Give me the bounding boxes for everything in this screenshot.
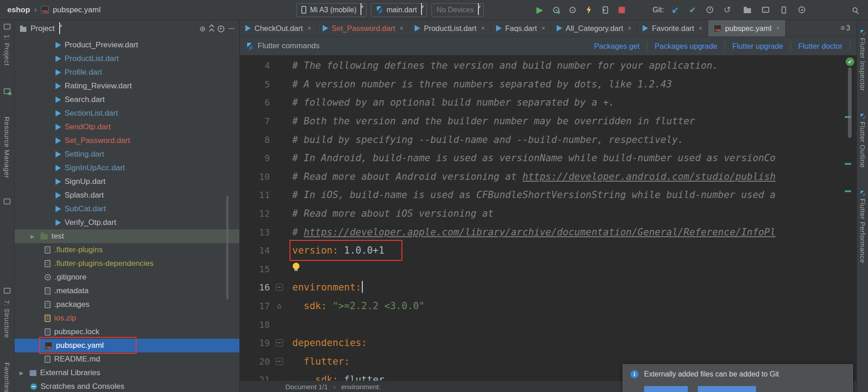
flutter-action-flutter-upgrade[interactable]: Flutter upgrade bbox=[725, 42, 791, 51]
tree-item[interactable]: Rating_Review.dart bbox=[15, 79, 239, 93]
breadcrumb-file[interactable]: pubspec.yaml bbox=[53, 5, 101, 15]
tree-item[interactable]: SignUp.dart bbox=[15, 175, 239, 188]
device-mirror-icon[interactable] bbox=[778, 4, 790, 16]
editor-line[interactable]: 10# Read more about Android versioning a… bbox=[240, 168, 857, 186]
toolwindow-structure[interactable]: 7: Structure bbox=[3, 300, 11, 338]
tree-item[interactable]: .flutter-plugins-dependencies bbox=[15, 257, 239, 270]
intention-bulb-icon[interactable] bbox=[293, 263, 299, 270]
tree-item[interactable]: Scratches and Consoles bbox=[15, 380, 239, 392]
attach-debugger-button[interactable] bbox=[599, 4, 611, 16]
debug-button[interactable] bbox=[550, 4, 562, 16]
structure-icon[interactable] bbox=[4, 288, 10, 294]
flutter-action-packages-upgrade[interactable]: Packages upgrade bbox=[647, 42, 725, 51]
toolwindow-flutter-performance[interactable]: Flutter Performance bbox=[859, 191, 867, 263]
expand-arrow-icon[interactable]: ▶ bbox=[30, 234, 37, 239]
tree-item[interactable]: Profile.dart bbox=[15, 66, 239, 79]
history-button[interactable] bbox=[704, 4, 716, 16]
editor-line[interactable]: 19−dependencies: bbox=[240, 334, 857, 352]
chevron-down-icon[interactable]: ▾ bbox=[59, 22, 60, 34]
breadcrumb-node[interactable]: environment: bbox=[341, 383, 381, 391]
tree-item[interactable]: Setting.dart bbox=[15, 148, 239, 161]
terminal-icon[interactable] bbox=[760, 4, 772, 16]
tree-item[interactable]: SendOtp.dart bbox=[15, 120, 239, 134]
hide-panel-button[interactable]: ─ bbox=[228, 24, 234, 33]
hot-reload-button[interactable] bbox=[583, 4, 595, 16]
breadcrumb-project[interactable]: eshop bbox=[7, 5, 30, 15]
git-commit-button[interactable]: ✔ bbox=[687, 4, 699, 16]
editor-tab[interactable]: Set_Password.dart× bbox=[317, 20, 410, 36]
tree-item[interactable]: ios.zip bbox=[15, 311, 239, 325]
git-update-button[interactable]: ↙ bbox=[670, 4, 681, 16]
stripe-mark[interactable] bbox=[845, 163, 851, 165]
collapse-all-button[interactable] bbox=[210, 25, 213, 33]
device-selector[interactable]: Mi A3 (mobile) ▾ bbox=[296, 3, 366, 17]
editor-line[interactable]: 15 bbox=[240, 260, 857, 279]
tree-item[interactable]: .packages bbox=[15, 298, 239, 311]
close-tab-icon[interactable]: × bbox=[776, 25, 780, 32]
tree-item[interactable]: ProductList.dart bbox=[15, 52, 239, 66]
editor-line[interactable]: 17⌂ sdk: ">=2.2.2 <3.0.0" bbox=[240, 297, 857, 316]
notification-actions[interactable] bbox=[644, 386, 845, 392]
editor-line[interactable]: 7# Both the version and the builder numb… bbox=[240, 112, 857, 131]
tree-item[interactable]: Product_Preview.dart bbox=[15, 38, 239, 52]
tree-item[interactable]: Verify_Otp.dart bbox=[15, 216, 239, 229]
tree-item[interactable]: ▶test bbox=[15, 229, 239, 243]
editor-tab[interactable]: All_Category.dart× bbox=[551, 20, 637, 36]
tree-item[interactable]: .flutter-plugins bbox=[15, 243, 239, 257]
hidden-tabs-button[interactable]: ≡ 3 bbox=[834, 20, 857, 36]
editor-tab[interactable]: CheckOut.dart× bbox=[240, 20, 317, 36]
bookmark-icon[interactable] bbox=[4, 88, 10, 94]
pin-icon[interactable] bbox=[4, 199, 10, 204]
tree-item[interactable]: SubCat.dart bbox=[15, 202, 239, 216]
toolwindow-favorites[interactable]: Favorites bbox=[3, 362, 11, 392]
editor-tab[interactable]: Faqs.dart× bbox=[491, 20, 551, 36]
editor-line[interactable]: 14version: 1.0.0+1 bbox=[240, 241, 857, 260]
tree-item[interactable]: pubspec.yaml bbox=[15, 339, 239, 352]
tree-item[interactable]: Splash.dart bbox=[15, 188, 239, 202]
stop-button[interactable] bbox=[616, 4, 628, 16]
editor-tab[interactable]: ProductList.dart× bbox=[409, 20, 491, 36]
code-editor[interactable]: 4# The following defines the version and… bbox=[240, 56, 857, 381]
editor-line[interactable]: 13# https://developer.apple.com/library/… bbox=[240, 223, 857, 241]
tree-item[interactable]: Search.dart bbox=[15, 93, 239, 107]
breadcrumb-document[interactable]: Document 1/1 bbox=[285, 383, 328, 391]
toolwindow-resource-manager[interactable]: Resource Manager bbox=[3, 117, 11, 178]
close-tab-icon[interactable]: × bbox=[699, 25, 702, 32]
profile-button[interactable] bbox=[567, 4, 579, 16]
toolwindow-flutter-inspector[interactable]: Flutter Inspector bbox=[859, 30, 867, 91]
editor-tab[interactable]: Favorite.dart× bbox=[637, 20, 708, 36]
fold-icon[interactable]: − bbox=[276, 358, 283, 365]
tree-item[interactable]: pubspec.lock bbox=[15, 325, 239, 339]
rollback-button[interactable]: ↺ bbox=[721, 4, 733, 16]
fold-end-icon[interactable]: ⌂ bbox=[277, 302, 282, 310]
project-panel-title[interactable]: Project bbox=[30, 24, 55, 33]
fold-icon[interactable]: − bbox=[276, 339, 283, 346]
tree-item[interactable]: ▶External Libraries bbox=[15, 366, 239, 380]
editor-scrollbar[interactable] bbox=[848, 67, 852, 138]
close-tab-icon[interactable]: × bbox=[307, 25, 311, 32]
tree-item[interactable]: README.md bbox=[15, 352, 239, 366]
editor-line[interactable]: 6# followed by an optional build number … bbox=[240, 93, 857, 112]
gear-icon[interactable] bbox=[218, 25, 224, 32]
close-tab-icon[interactable]: × bbox=[542, 25, 545, 32]
folder-icon[interactable] bbox=[741, 4, 753, 16]
project-window-icon[interactable] bbox=[4, 24, 10, 30]
project-scrollbar[interactable] bbox=[226, 196, 228, 300]
fold-icon[interactable]: − bbox=[276, 284, 283, 291]
editor-line[interactable]: 16−environment: bbox=[240, 278, 857, 297]
tree-item[interactable]: Set_Password.dart bbox=[15, 134, 239, 148]
editor-line[interactable]: 5# A version number is three numbers sep… bbox=[240, 75, 857, 94]
editor-line[interactable]: 11# In iOS, build-name is used as CFBund… bbox=[240, 186, 857, 204]
search-everywhere-button[interactable] bbox=[849, 4, 861, 16]
editor-line[interactable]: 18 bbox=[240, 315, 857, 334]
stripe-mark[interactable] bbox=[845, 116, 851, 118]
run-button[interactable]: ▶ bbox=[534, 4, 546, 16]
expand-arrow-icon[interactable]: ▶ bbox=[20, 370, 26, 376]
gear-icon[interactable] bbox=[796, 4, 808, 16]
locate-file-button[interactable]: ⊕ bbox=[199, 24, 206, 34]
toolwindow-project[interactable]: 1: Project bbox=[3, 35, 11, 66]
tree-item[interactable]: SectionList.dart bbox=[15, 107, 239, 120]
editor-line[interactable]: 8# build by specifying --build-name and … bbox=[240, 130, 857, 149]
close-tab-icon[interactable]: × bbox=[400, 25, 403, 32]
flutter-action-packages-get[interactable]: Packages get bbox=[587, 42, 647, 51]
